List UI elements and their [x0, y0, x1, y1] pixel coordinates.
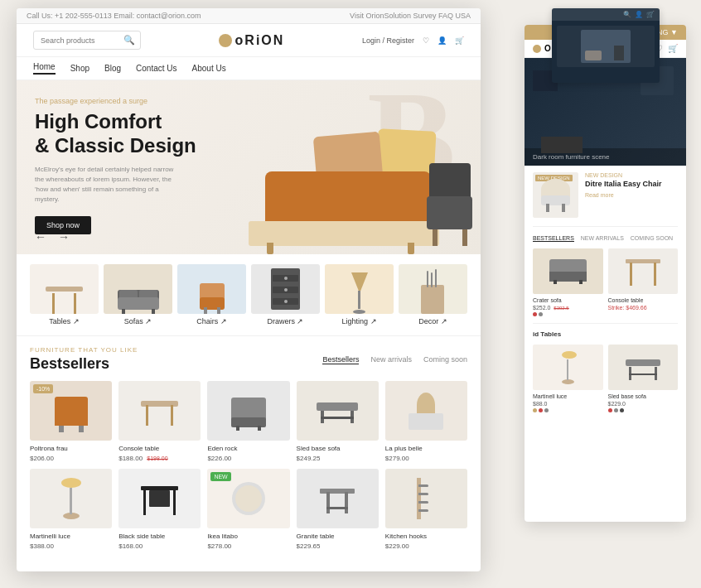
product-granite[interactable]: Granite table $229.65 [297, 469, 379, 550]
search-box[interactable]: 🔍 [33, 31, 141, 50]
mini-cart-icon[interactable]: 🛒 [646, 11, 655, 18]
sofa-leg-right [267, 243, 273, 254]
hooks-shape [410, 478, 442, 519]
dot-red3[interactable] [608, 408, 612, 412]
sb-cross [629, 374, 657, 375]
accent-chair-seat [427, 196, 472, 229]
dot-gray[interactable] [539, 312, 543, 316]
side-featured-link[interactable]: Read more [585, 192, 662, 198]
login-link[interactable]: Login / Register [362, 36, 414, 45]
product-console-image [118, 381, 201, 441]
nav-item-blog[interactable]: Blog [104, 64, 121, 73]
product-poltrona[interactable]: -10% Poltrona frau $206.00 [30, 381, 112, 462]
search-icon[interactable]: 🔍 [123, 35, 135, 46]
poltrona-leg2 [79, 426, 84, 432]
lamp-icon [347, 272, 372, 314]
next-arrow[interactable]: → [56, 229, 71, 244]
sc-leg2 [654, 263, 656, 286]
dot-gray3[interactable] [614, 408, 618, 412]
tab-bestsellers[interactable]: Bestsellers [322, 355, 359, 364]
prev-arrow[interactable]: ← [33, 229, 48, 244]
category-chairs[interactable]: Chairs ↗ [177, 264, 246, 325]
categories-section: Tables ↗ Sofas ↗ [17, 254, 481, 336]
side-product-sled2[interactable]: Sled base sofa $229.0 [608, 345, 679, 412]
product-hooks-image [385, 469, 467, 528]
category-drawers[interactable]: Drawers ↗ [251, 264, 320, 325]
decor-icon [417, 272, 450, 314]
sb-top [626, 359, 660, 366]
drawer-icon [271, 268, 300, 310]
category-chairs-label: Chairs ↗ [196, 317, 227, 325]
product-hooks[interactable]: Kitchen hooks $229.00 [385, 469, 467, 550]
category-decor[interactable]: Decor ↗ [399, 264, 467, 325]
product-sled-image [297, 381, 379, 441]
side-logo-icon [533, 45, 541, 53]
product-sled[interactable]: Sled base sofa $249.25 [297, 381, 379, 462]
side-sofa-price: $252.0 $302.5 [533, 305, 603, 311]
product-granite-price: $229.65 [297, 542, 379, 550]
drawer-handle3 [284, 300, 288, 303]
category-sofas[interactable]: Sofas ↗ [104, 264, 172, 325]
product-ikea[interactable]: NEW Ikea litabo $278.00 [207, 469, 289, 550]
nav-item-shop[interactable]: Shop [70, 64, 89, 73]
mini-user-icon[interactable]: 👤 [635, 11, 643, 18]
knife1 [427, 271, 428, 287]
header-actions: Login / Register ♡ 👤 🛒 [362, 36, 464, 45]
side-martinelli-name: Martinell luce [533, 393, 603, 399]
sofa-leg-left [408, 243, 414, 254]
dot-red[interactable] [533, 312, 537, 316]
wishlist-icon[interactable]: ♡ [423, 36, 429, 45]
mini-browser-window: 🔍 👤 🛒 [552, 8, 660, 83]
eden-leg2 [258, 426, 261, 431]
category-tables[interactable]: Tables ↗ [30, 264, 99, 325]
side-tab-new[interactable]: NEW ARRIVALS [581, 235, 624, 242]
mini-furniture2 [614, 46, 624, 60]
easy-chair-shape [541, 179, 570, 212]
survey-link[interactable]: Visit OrionSolution Survey FAQ USA [350, 12, 471, 20]
mini-search-icon[interactable]: 🔍 [623, 11, 631, 18]
product-console[interactable]: Console table $188.00 $198.00 [118, 381, 201, 462]
console-leg1 [146, 405, 148, 426]
logo[interactable]: oRiON [219, 33, 285, 48]
dot-dark[interactable] [620, 408, 624, 412]
side-product-console[interactable]: Console table Strike: $469.66 [608, 248, 679, 316]
accent-chair-leg2 [433, 229, 438, 246]
mini-header: 🔍 👤 🛒 [552, 8, 660, 21]
product-eden-name: Eden rock [207, 445, 289, 452]
dot-gold[interactable] [533, 408, 537, 412]
side-featured-product: NEW DESIGN NEW DESIGN Ditre Italia Easy … [533, 172, 678, 227]
product-martinelli[interactable]: Martinelli luce $388.00 [30, 469, 112, 550]
sofa-mini-leg2 [152, 309, 155, 314]
nav-item-contact[interactable]: Contact Us [136, 64, 176, 73]
side-tab-bestsellers[interactable]: BESTSELLERS [533, 235, 574, 242]
side-sled2-dots [608, 408, 679, 412]
bestsellers-label: Furniture that you like [30, 346, 138, 354]
tab-new-arrivals[interactable]: New arrivals [370, 355, 412, 364]
side-product-sofa[interactable]: Crater sofa $252.0 $302.5 [533, 248, 603, 316]
side-cart-icon[interactable]: 🛒 [668, 44, 678, 53]
lamp-base [353, 310, 365, 314]
brand-name: oRiON [235, 33, 285, 48]
cart-icon[interactable]: 🛒 [455, 36, 464, 45]
product-eden[interactable]: Eden rock $226.00 [207, 381, 289, 462]
dot-red2[interactable] [539, 408, 543, 412]
product-labelle[interactable]: La plus belle $279.00 [385, 381, 467, 462]
search-input[interactable] [41, 36, 123, 45]
sl-pole [567, 359, 568, 380]
user-icon[interactable]: 👤 [438, 36, 447, 45]
category-lighting[interactable]: Lighting ↗ [325, 264, 394, 325]
side-product-martinelli[interactable]: Martinell luce $88.0 [533, 345, 603, 412]
bestsellers-tabs: Bestsellers New arrivals Coming soon [322, 355, 467, 364]
nav-item-home[interactable]: Home [33, 62, 56, 75]
dot-gray2[interactable] [544, 408, 549, 412]
tab-coming-soon[interactable]: Coming soon [423, 355, 467, 364]
bench-shape [317, 398, 358, 423]
side-tab-coming[interactable]: COMING SOON [631, 235, 673, 242]
drawer-handle2 [284, 288, 288, 292]
knife-block [421, 285, 444, 314]
product-blacktable[interactable]: Black side table $168.00 [118, 469, 201, 550]
nav-item-about[interactable]: About Us [192, 64, 226, 73]
mini-image-area [557, 26, 655, 67]
knife3 [435, 269, 437, 287]
dark-room-table [541, 137, 583, 153]
